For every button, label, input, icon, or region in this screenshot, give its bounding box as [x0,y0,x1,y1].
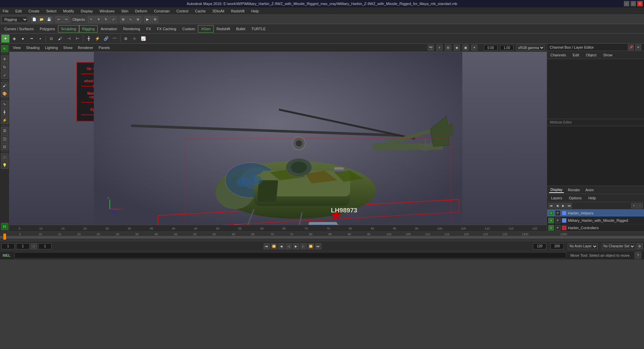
layer1-p[interactable]: P [555,210,560,216]
edge-mode-btn[interactable]: ━ [28,35,36,43]
bc-next-key[interactable]: ⏩ [308,243,314,249]
frame-start-input[interactable] [1,243,15,249]
viewport-canvas[interactable]: Up – Down front left door [9,52,547,232]
layer2-color[interactable] [562,218,567,223]
hide-sel-left[interactable]: ◫ [1,135,8,142]
vertex-mode-btn[interactable]: ● [19,35,27,43]
new-scene-button[interactable]: 📄 [31,16,38,23]
tab-bullet[interactable]: Bullet [233,25,249,33]
vp-menu-panels[interactable]: Panels [97,45,111,50]
constraint-btn[interactable]: ⊛ [122,35,130,43]
hotbox-btn[interactable]: H [1,223,8,230]
joint-tool-btn[interactable]: ╋ [85,35,93,43]
vp-smooth-btn[interactable]: ◉ [454,45,460,51]
menu-redshift[interactable]: Redshift [230,8,246,14]
snap-point[interactable]: ⊕ [135,16,141,23]
menu-3dtoall[interactable]: 3DtoAll [211,8,225,14]
menu-constrain[interactable]: Constrain [153,8,171,14]
menu-create[interactable]: Create [27,8,41,14]
ln-del[interactable]: − [637,203,643,208]
timeline-area[interactable]: 5 10 15 20 25 30 35 40 45 50 55 60 65 70… [0,232,644,241]
close-button[interactable]: ✕ [637,1,643,6]
mirror-btn[interactable]: ⊣ [65,35,73,43]
light-left[interactable]: 💡 [1,161,8,169]
lt-options[interactable]: Options [567,195,584,201]
window-controls[interactable]: ─ □ ✕ [624,0,643,7]
bc-prev-frame[interactable]: ◀ [278,243,284,249]
char-set-dropdown[interactable]: No Character Set [602,243,635,249]
ik-handle-btn[interactable]: ⚡ [93,35,101,43]
tab-redshift[interactable]: Redshift [214,25,233,33]
tab-curves-surfaces[interactable]: Curves / Surfaces [1,25,37,33]
tab-fx[interactable]: FX [143,25,154,33]
menu-help[interactable]: Help [250,8,260,14]
timeline-playhead[interactable] [3,234,6,240]
rpt-show[interactable]: Show [602,52,614,58]
ln-prev[interactable]: ◀ [554,203,560,208]
lt-help[interactable]: Help [586,195,598,201]
move-tool[interactable]: ✛ [95,16,102,23]
scale-tool[interactable]: ⤢ [110,16,117,23]
minimize-button[interactable]: ─ [624,1,629,6]
save-button[interactable]: 💾 [46,16,52,23]
tab-turtle[interactable]: TURTLE [248,25,269,33]
component-mode-btn[interactable]: ◈ [10,35,18,43]
tab-rigging[interactable]: Rigging [79,25,98,33]
layer-row-2[interactable]: V P Military_Harbin_with_Missile_Rigged [547,217,644,224]
menu-cache[interactable]: Cache [194,8,207,14]
vp-texture-btn[interactable]: ▣ [463,45,469,51]
camera-left[interactable]: 🎥 [1,153,8,161]
vp-gamma-dropdown[interactable]: sRGB gamma [516,45,545,51]
control-rig-btn[interactable]: ⊹ [130,35,139,43]
symmetry-btn[interactable]: ⊢ [73,35,82,43]
layer-row-3[interactable]: V P Harbin_Controllers [547,224,644,232]
isolate-left[interactable]: ⊡ [1,143,8,150]
ln-next[interactable]: ▶ [560,203,566,208]
face-mode-btn[interactable]: ▪ [36,35,44,43]
vp-menu-show[interactable]: Show [62,45,74,50]
ln-first[interactable]: ⏮ [548,203,554,208]
render-button[interactable]: ▶ [144,16,151,23]
rotate-tool[interactable]: ↻ [103,16,109,23]
rpt-channels[interactable]: Channels [549,52,567,58]
help-line-btn[interactable]: ? [635,252,641,259]
menu-control[interactable]: Control [175,8,190,14]
vp-menu-lighting[interactable]: Lighting [44,45,59,50]
layer3-visibility[interactable]: V [548,225,554,231]
snap-grid[interactable]: ⊞ [120,16,126,23]
vp-value2-input[interactable] [500,45,514,50]
vp-menu-shading[interactable]: Shading [25,45,41,50]
scale-tool-left[interactable]: ⤢ [1,71,8,79]
menu-modify[interactable]: Modify [62,8,75,14]
undo-button[interactable]: ↩ [55,16,62,23]
frame-pb-end-input[interactable] [550,243,564,249]
select-tool[interactable]: ↖ [88,16,95,23]
clt-display[interactable]: Display [549,187,564,193]
layer-row-1[interactable]: V P Harbin_Helpers [547,209,644,217]
frame-current-input[interactable] [16,243,30,249]
layer1-color[interactable] [562,211,567,215]
anim-layer-dropdown[interactable]: No Anim Layer [568,243,598,249]
clt-anim[interactable]: Anim [584,187,595,193]
menu-edit[interactable]: Edit [14,8,23,14]
maximize-button[interactable]: □ [631,1,636,6]
rp-close-btn[interactable]: ✕ [635,44,641,50]
vp-light-btn[interactable]: ☀ [471,45,477,51]
ik-tool-left[interactable]: ⚡ [1,116,8,124]
joint-tool-left[interactable]: ╋ [1,108,8,116]
snap-curve[interactable]: ∿ [127,16,134,23]
rp-pin-btn[interactable]: 📌 [628,44,634,50]
tab-fx-caching[interactable]: FX Caching [154,25,179,33]
deformer-btn[interactable]: 〰 [111,35,119,43]
render-settings[interactable]: ⚙ [152,16,158,23]
vp-menu-view[interactable]: View [11,45,22,50]
select-mode-btn[interactable]: ✦ [1,35,9,43]
paint-weights-btn[interactable]: 🖌 [56,35,64,43]
timeline-ruler[interactable]: 5 10 15 20 25 30 35 40 45 50 55 60 65 70… [0,232,644,241]
menu-windows[interactable]: Windows [98,8,116,14]
tab-custom[interactable]: Custom [179,25,198,33]
menu-select[interactable]: Select [45,8,58,14]
layer2-p[interactable]: P [555,218,560,223]
rpt-edit[interactable]: Edit [571,52,580,58]
move-tool-left[interactable]: ✛ [1,55,8,63]
